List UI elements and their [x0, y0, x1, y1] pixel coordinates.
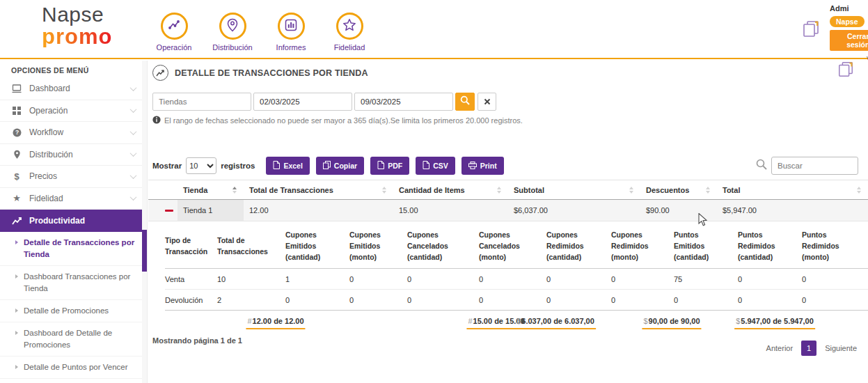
question-circle-icon: ?	[11, 128, 22, 137]
detail-column-header: Cupones Redimidos (monto)	[611, 229, 674, 263]
logout-button[interactable]: Cerrar sesión	[830, 30, 868, 51]
cell-cantidad-items: 15.00	[393, 206, 508, 214]
copy-icon	[323, 161, 331, 171]
filter-bar	[152, 93, 496, 111]
detail-column-header: Cupones Emitidos (cantidad)	[285, 229, 349, 263]
column-header-total[interactable]: Total	[717, 180, 868, 199]
detail-cell: 0	[802, 275, 862, 283]
manual-book-icon[interactable]	[802, 20, 820, 41]
export-pdf-button[interactable]: PDF	[370, 157, 409, 175]
column-header-total-transacciones[interactable]: Total de Transacciones	[244, 180, 393, 199]
detail-cell: 0	[407, 275, 479, 283]
sidebar-subitem-detalle-puntos[interactable]: Detalle de Puntos por Vencer	[0, 357, 147, 379]
date-to-input[interactable]	[354, 93, 453, 111]
detail-cell: 0	[407, 296, 479, 304]
collapse-row-icon[interactable]	[165, 210, 173, 212]
module-label: Operación	[157, 43, 192, 52]
sidebar-subitem-detalle-transacciones[interactable]: Detalle de Transacciones por Tienda	[0, 232, 147, 266]
descuentos-sum: $90,00 de 90,00	[642, 317, 701, 329]
column-header-tienda[interactable]: Tienda	[177, 180, 244, 199]
module-fidelidad[interactable]: Fidelidad	[320, 13, 379, 52]
trend-chart-icon	[11, 217, 22, 225]
sidebar-scrollbar-track	[142, 61, 147, 383]
chevron-right-icon	[15, 274, 18, 279]
sidebar-subitem-dashboard-puntos[interactable]: Dashboard de Puntos por Vencer	[0, 379, 147, 383]
report-manual-book-icon[interactable]	[837, 61, 854, 81]
subtotal-sum: $6.037,00 de 6.037,00	[515, 317, 596, 329]
records-label: registros	[221, 162, 255, 170]
export-csv-button[interactable]: CSV	[416, 157, 455, 175]
sidebar-item-fidelidad[interactable]: ★ Fidelidad	[0, 188, 147, 210]
column-header-descuentos[interactable]: Descuentos	[640, 180, 717, 199]
star-icon	[342, 18, 356, 35]
detail-column-header: Total de Transacciones	[217, 235, 285, 257]
export-excel-button[interactable]: Excel	[266, 157, 309, 175]
sidebar-item-dashboard[interactable]: Dashboard	[0, 78, 147, 100]
print-button[interactable]: Print	[461, 157, 504, 175]
chevron-down-icon	[130, 106, 137, 113]
detail-cell: 0	[738, 296, 802, 304]
search-button[interactable]	[455, 93, 475, 111]
detail-column-header: Cupones Cancelados (cantidad)	[407, 229, 479, 263]
detail-row-devolucion: Devolución 2 0 0 0 0 0 0 0 0 0	[165, 290, 868, 311]
module-distribucion[interactable]: Distribución	[203, 13, 262, 52]
sidebar-item-productividad[interactable]: Productividad	[0, 210, 147, 232]
module-operacion[interactable]: Operación	[145, 13, 203, 52]
detail-column-header: Cupones Cancelados (monto)	[479, 229, 546, 263]
pagination-page-1[interactable]: 1	[801, 341, 816, 356]
sidebar: OPCIONES DE MENÚ Dashboard Operación ? W…	[0, 61, 148, 383]
star-icon: ★	[11, 193, 22, 203]
sort-icon	[382, 187, 386, 194]
column-header-subtotal[interactable]: Subtotal	[508, 180, 640, 199]
main-content: DETALLE DE TRANSACCIONES POR TIENDA El r…	[148, 61, 868, 383]
detail-cell: 0	[479, 296, 546, 304]
sidebar-item-label: Precios	[29, 171, 57, 181]
sidebar-item-label: Dashboard	[29, 84, 70, 93]
grid-icon	[11, 107, 22, 115]
table-toolbar: Mostrar 10 registros Excel Copiar PDF CS…	[152, 157, 504, 175]
detail-cell: 1	[285, 275, 349, 283]
laptop-icon	[11, 84, 22, 93]
column-header-cantidad-items[interactable]: Cantidad de Items	[393, 180, 508, 199]
sidebar-item-precios[interactable]: $ Precios	[0, 166, 147, 188]
chevron-right-icon	[15, 365, 18, 369]
tiendas-filter-input[interactable]	[152, 93, 251, 111]
sidebar-item-workflow[interactable]: ? Workflow	[0, 122, 147, 144]
copy-button[interactable]: Copiar	[316, 157, 364, 175]
clear-filters-button[interactable]	[478, 93, 496, 111]
sidebar-subitem-dashboard-detalle-promociones[interactable]: Dashboard de Detalle de Promociones	[0, 322, 147, 357]
module-informes[interactable]: Informes	[262, 13, 320, 52]
pagination-prev[interactable]: Anterior	[766, 344, 794, 352]
sidebar-item-distribucion[interactable]: Distribución	[0, 144, 147, 166]
page-summary: Mostrando página 1 de 1	[152, 336, 242, 345]
export-buttons: Excel Copiar PDF CSV Print	[266, 157, 503, 175]
sidebar-item-operacion[interactable]: Operación	[0, 100, 147, 123]
sidebar-item-label: Distribución	[29, 150, 73, 159]
detail-cell: 75	[674, 275, 738, 283]
brand-logo[interactable]: Napse promo	[42, 4, 112, 47]
sidebar-subitem-detalle-promociones[interactable]: Detalle de Promociones	[0, 300, 147, 322]
date-from-input[interactable]	[253, 93, 352, 111]
table-search	[756, 157, 858, 175]
detail-cell: 10	[217, 275, 285, 283]
detail-column-header: Puntos Emitidos (cantidad)	[674, 229, 738, 263]
info-icon	[152, 116, 161, 125]
page-size-select[interactable]: 10	[186, 157, 216, 174]
table-search-input[interactable]	[771, 157, 858, 175]
report-trend-icon	[152, 65, 168, 81]
detail-cell: 2	[217, 296, 285, 304]
detail-cell: 0	[546, 296, 611, 304]
sidebar-subitem-dashboard-transacciones[interactable]: Dashboard Transacciones por Tienda	[0, 266, 147, 300]
org-badge: Napse	[830, 16, 865, 27]
detail-header-row: Tipo de Transacción Total de Transaccion…	[165, 221, 868, 269]
detail-cell: 0	[738, 275, 802, 283]
info-text: El rango de fechas seleccionado no puede…	[164, 116, 523, 125]
map-pin-icon	[11, 150, 22, 159]
user-area: Admi Napse 0 Cerrar sesión v 7.3.0	[830, 4, 868, 61]
module-circle	[278, 13, 305, 40]
cell-total: $5,947.00	[717, 206, 868, 214]
sidebar-item-label: Operación	[29, 106, 68, 116]
pagination-next[interactable]: Siguiente	[825, 344, 857, 352]
sidebar-subitem-label: Detalle de Puntos por Vencer	[24, 361, 128, 373]
sidebar-scrollbar[interactable]	[142, 230, 147, 272]
